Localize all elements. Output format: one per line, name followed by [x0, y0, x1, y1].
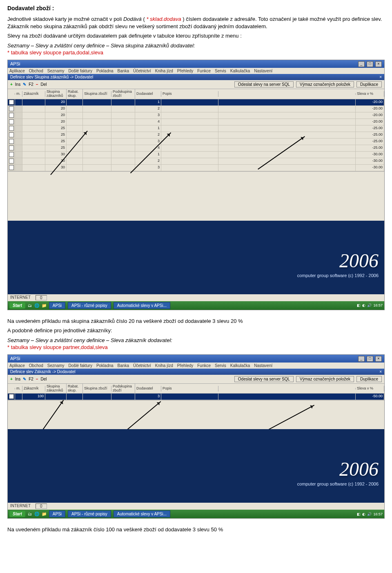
column-header[interactable] — [218, 388, 356, 389]
menu-item[interactable]: Servis — [215, 363, 226, 368]
taskbar[interactable]: Start 🗂🌐📁 APSi APSi - různé popisy Autom… — [8, 301, 384, 310]
menu-item[interactable]: Obchod — [29, 363, 43, 368]
menu-item[interactable]: Pokladna — [96, 69, 114, 73]
grid-body[interactable]: 201-20.00202-20.00203-20.00204-20.00251-… — [8, 99, 384, 171]
menu-item[interactable]: Pokladna — [96, 363, 114, 368]
insert-icon[interactable]: + — [10, 82, 13, 87]
tray-icon[interactable]: ◧ — [357, 512, 361, 516]
menu-item[interactable]: Došlé faktury — [69, 363, 92, 368]
menu-item[interactable]: Účetnictví — [133, 69, 151, 73]
maximize-icon[interactable]: □ — [367, 356, 373, 362]
column-header[interactable] — [8, 93, 15, 95]
table-row[interactable]: 301-30.00 — [8, 152, 384, 158]
doc-p3: Seznamy – Slevy a zvláštní ceny definice… — [7, 42, 385, 56]
tray-icon[interactable]: ◐ — [362, 512, 365, 516]
menu-item[interactable]: Přehledy — [177, 363, 193, 368]
taskbar-item-slevy[interactable]: Automatické slevy v APSi... — [114, 302, 170, 309]
taskbar[interactable]: Start 🗂🌐📁 APSi APSi - různé popisy Autom… — [8, 510, 384, 518]
btn-duplicate[interactable]: Duplikace — [356, 81, 382, 87]
btn-send-sql[interactable]: Odeslat slevy na server SQL — [234, 376, 294, 382]
table-row[interactable]: 252-25.00 — [8, 132, 384, 139]
menu-item[interactable]: Banka — [118, 363, 129, 368]
menu-item[interactable]: Funkce — [197, 69, 211, 73]
taskbar-item-slevy[interactable]: Automatické slevy v APSi... — [114, 510, 170, 517]
minimize-icon[interactable]: _ — [358, 356, 365, 362]
menu-item[interactable]: Aplikace — [9, 69, 25, 73]
column-header[interactable]: Sleva v % — [356, 386, 384, 392]
menubar[interactable]: AplikaceObchodSeznamyDošlé fakturyPoklad… — [8, 363, 384, 369]
column-header[interactable]: Dodavatel — [135, 386, 161, 392]
btn-delete-marked[interactable]: Výmaz označených položek — [296, 81, 354, 87]
column-header[interactable]: Skupina zákazníků — [45, 89, 67, 99]
taskbar-item-apsi[interactable]: APSi — [49, 302, 65, 309]
menu-item[interactable]: Banka — [118, 69, 129, 73]
menu-item[interactable]: Kalkulačka — [230, 363, 250, 368]
menu-item[interactable]: Seznamy — [47, 69, 65, 73]
column-header[interactable]: Podskupina zboží — [111, 384, 135, 394]
edit-icon[interactable]: ✎ — [23, 377, 26, 381]
table-row[interactable]: 202-20.00 — [8, 106, 384, 112]
column-header[interactable]: Skupina zákazníků — [45, 384, 67, 394]
taskbar-item-doc[interactable]: APSi - různé popisy — [68, 510, 111, 517]
column-header[interactable]: Skupina zboží — [83, 386, 111, 392]
menu-item[interactable]: Kniha jízd — [155, 69, 173, 73]
btn-delete-marked[interactable]: Výmaz označených položek — [296, 376, 354, 382]
column-header[interactable]: Dodavatel — [135, 91, 161, 97]
menu-item[interactable]: Seznamy — [47, 363, 65, 368]
column-header[interactable]: Popis — [161, 386, 218, 392]
tray-icon[interactable]: 🔊 — [367, 303, 372, 307]
menu-item[interactable]: Servis — [215, 69, 226, 73]
column-header[interactable]: m. — [15, 386, 22, 392]
tray-icon[interactable]: ◧ — [357, 303, 361, 307]
column-header[interactable]: Sleva v % — [356, 91, 384, 97]
menu-item[interactable]: Kalkulačka — [230, 69, 250, 73]
tray-icon[interactable]: 🔊 — [367, 512, 372, 516]
table-row[interactable]: 201-20.00 — [8, 99, 384, 106]
minimize-icon[interactable]: _ — [358, 61, 365, 67]
delete-icon[interactable]: – — [36, 82, 38, 87]
btn-duplicate[interactable]: Duplikace — [356, 376, 382, 382]
menu-item[interactable]: Aplikace — [9, 363, 25, 368]
menu-item[interactable]: Nastavení — [254, 69, 272, 73]
start-button[interactable]: Start — [9, 511, 25, 517]
table-row[interactable]: 1003-50.00 — [8, 394, 384, 400]
table-row[interactable]: 303-30.00 — [8, 165, 384, 171]
menu-item[interactable]: Kniha jízd — [155, 363, 173, 368]
close-icon[interactable]: × — [379, 75, 382, 79]
column-header[interactable] — [8, 388, 15, 389]
close-icon[interactable]: × — [375, 61, 382, 67]
column-header[interactable]: Skupina zboží — [83, 91, 111, 97]
taskbar-item-doc[interactable]: APSi - různé popisy — [68, 302, 111, 309]
insert-icon[interactable]: + — [10, 377, 13, 381]
menu-item[interactable]: Funkce — [197, 363, 211, 368]
column-header[interactable]: Zákazník — [22, 91, 45, 97]
column-header[interactable]: Popis — [161, 91, 218, 97]
grid-body[interactable]: 1003-50.00 — [8, 394, 384, 400]
column-header[interactable]: Rabat. skup. — [67, 384, 83, 394]
table-row[interactable]: 204-20.00 — [8, 119, 384, 125]
column-header[interactable]: Zákazník — [22, 386, 45, 392]
column-header[interactable] — [218, 93, 356, 95]
menu-item[interactable]: Nastavení — [254, 363, 272, 368]
taskbar-item-apsi[interactable]: APSi — [49, 510, 65, 517]
table-row[interactable]: 254-25.00 — [8, 145, 384, 152]
column-header[interactable]: Podskupina zboží — [111, 89, 135, 99]
maximize-icon[interactable]: □ — [367, 61, 373, 67]
menu-item[interactable]: Účetnictví — [133, 363, 151, 368]
table-row[interactable]: 203-20.00 — [8, 112, 384, 119]
edit-icon[interactable]: ✎ — [23, 82, 26, 87]
menu-item[interactable]: Obchod — [29, 69, 43, 73]
column-header[interactable]: m. — [15, 91, 22, 97]
menu-item[interactable]: Došlé faktury — [69, 69, 92, 73]
close-icon[interactable]: × — [379, 369, 382, 374]
delete-icon[interactable]: – — [36, 377, 38, 381]
table-row[interactable]: 251-25.00 — [8, 125, 384, 132]
menu-item[interactable]: Přehledy — [177, 69, 193, 73]
start-button[interactable]: Start — [9, 302, 25, 309]
column-header[interactable]: Rabat. skup. — [67, 89, 83, 99]
table-row[interactable]: 253-25.00 — [8, 139, 384, 145]
tray-icon[interactable]: ◐ — [362, 303, 365, 307]
btn-send-sql[interactable]: Odeslat slevy na server SQL — [234, 81, 294, 87]
menubar[interactable]: AplikaceObchodSeznamyDošlé fakturyPoklad… — [8, 68, 384, 74]
close-icon[interactable]: × — [375, 356, 382, 362]
